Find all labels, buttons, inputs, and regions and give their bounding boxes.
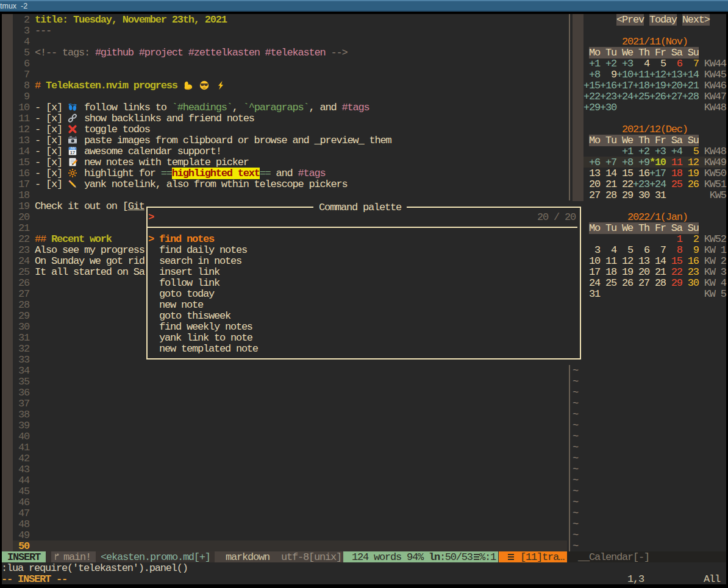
svg-text:17: 17 (70, 150, 75, 155)
